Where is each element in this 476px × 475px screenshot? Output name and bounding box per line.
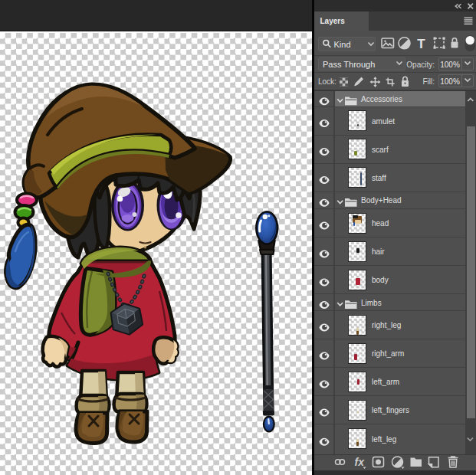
- svg-text:fx: fx: [354, 456, 365, 468]
- svg-text:T: T: [417, 37, 425, 51]
